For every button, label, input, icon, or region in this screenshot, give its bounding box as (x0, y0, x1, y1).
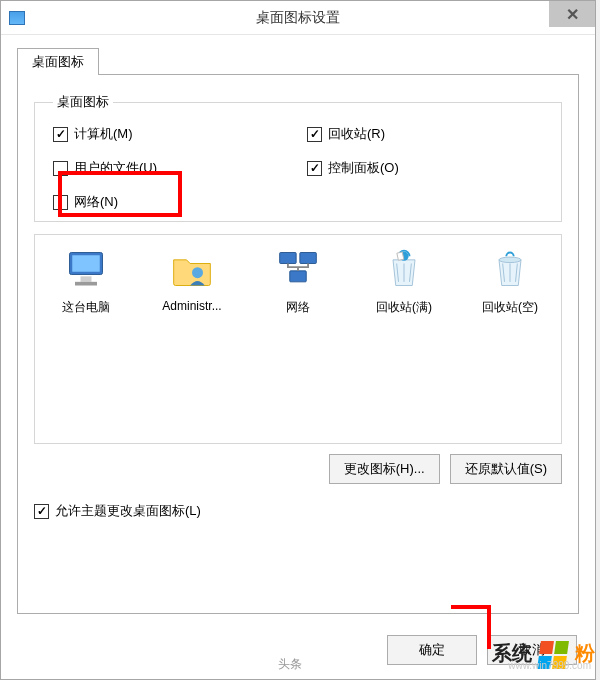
checkbox-item-network[interactable]: 网络(N) (53, 193, 551, 211)
ok-button[interactable]: 确定 (387, 635, 477, 665)
checkbox-label: 控制面板(O) (328, 159, 399, 177)
network-icon (274, 245, 322, 293)
icon-label: Administr... (162, 299, 221, 313)
window-title: 桌面图标设置 (256, 9, 340, 27)
monitor-icon (62, 245, 110, 293)
recycle-bin-empty-icon (486, 245, 534, 293)
svg-rect-6 (300, 253, 317, 264)
group-desktop-icons: 桌面图标 计算机(M) 回收站(R) 用户的文件(U) (34, 93, 562, 222)
titlebar: 桌面图标设置 ✕ (1, 1, 595, 35)
tab-strip: 桌面图标 (17, 47, 579, 74)
checkbox-item-user-files[interactable]: 用户的文件(U) (53, 159, 297, 177)
checkbox-grid: 计算机(M) 回收站(R) 用户的文件(U) 控制面板(O) (53, 125, 551, 211)
icon-label: 回收站(满) (376, 299, 432, 316)
svg-rect-2 (81, 276, 92, 282)
checkbox-label: 网络(N) (74, 193, 118, 211)
desktop-settings-icon (9, 11, 25, 25)
icon-item-network[interactable]: 网络 (257, 245, 339, 316)
icon-label: 回收站(空) (482, 299, 538, 316)
checkbox-label: 用户的文件(U) (74, 159, 157, 177)
checkbox-computer[interactable] (53, 127, 68, 142)
icon-label: 网络 (286, 299, 310, 316)
dialog-window: 桌面图标设置 ✕ 桌面图标 桌面图标 计算机(M) 回收站(R) (0, 0, 596, 680)
icon-list: 这台电脑 Administr... (45, 245, 551, 316)
site-watermark: 系统 粉 www.win7999.com (492, 640, 595, 669)
svg-rect-7 (290, 271, 307, 282)
svg-rect-5 (280, 253, 297, 264)
svg-rect-9 (397, 252, 404, 260)
svg-point-10 (499, 257, 521, 263)
svg-rect-3 (75, 282, 97, 286)
icon-item-recycle-empty[interactable]: 回收站(空) (469, 245, 551, 316)
tab-content: 桌面图标 计算机(M) 回收站(R) 用户的文件(U) (17, 74, 579, 614)
svg-rect-1 (72, 255, 100, 272)
checkbox-network[interactable] (53, 195, 68, 210)
restore-defaults-button[interactable]: 还原默认值(S) (450, 454, 562, 484)
checkbox-recyclebin[interactable] (307, 127, 322, 142)
window-body: 桌面图标 桌面图标 计算机(M) 回收站(R) (1, 35, 595, 624)
checkbox-item-control-panel[interactable]: 控制面板(O) (307, 159, 551, 177)
close-button[interactable]: ✕ (549, 1, 595, 27)
icon-item-administrator[interactable]: Administr... (151, 245, 233, 316)
change-icon-button[interactable]: 更改图标(H)... (329, 454, 440, 484)
user-folder-icon (168, 245, 216, 293)
checkbox-control-panel[interactable] (307, 161, 322, 176)
checkbox-label: 计算机(M) (74, 125, 133, 143)
toutiao-watermark: 头条 (278, 656, 302, 673)
recycle-bin-full-icon (380, 245, 428, 293)
icon-item-recycle-full[interactable]: 回收站(满) (363, 245, 445, 316)
group-legend: 桌面图标 (53, 93, 113, 111)
watermark-url: www.win7999.com (508, 660, 591, 671)
checkbox-label: 回收站(R) (328, 125, 385, 143)
icon-label: 这台电脑 (62, 299, 110, 316)
icon-buttons-row: 更改图标(H)... 还原默认值(S) (34, 454, 562, 484)
svg-point-4 (192, 267, 203, 278)
allow-theme-row[interactable]: 允许主题更改桌面图标(L) (34, 502, 562, 520)
checkbox-item-computer[interactable]: 计算机(M) (53, 125, 297, 143)
icon-item-this-pc[interactable]: 这台电脑 (45, 245, 127, 316)
checkbox-user-files[interactable] (53, 161, 68, 176)
icon-preview-panel: 这台电脑 Administr... (34, 234, 562, 444)
checkbox-item-recyclebin[interactable]: 回收站(R) (307, 125, 551, 143)
checkbox-allow-theme[interactable] (34, 504, 49, 519)
allow-theme-label: 允许主题更改桌面图标(L) (55, 502, 201, 520)
tab-desktop-icons[interactable]: 桌面图标 (17, 48, 99, 75)
